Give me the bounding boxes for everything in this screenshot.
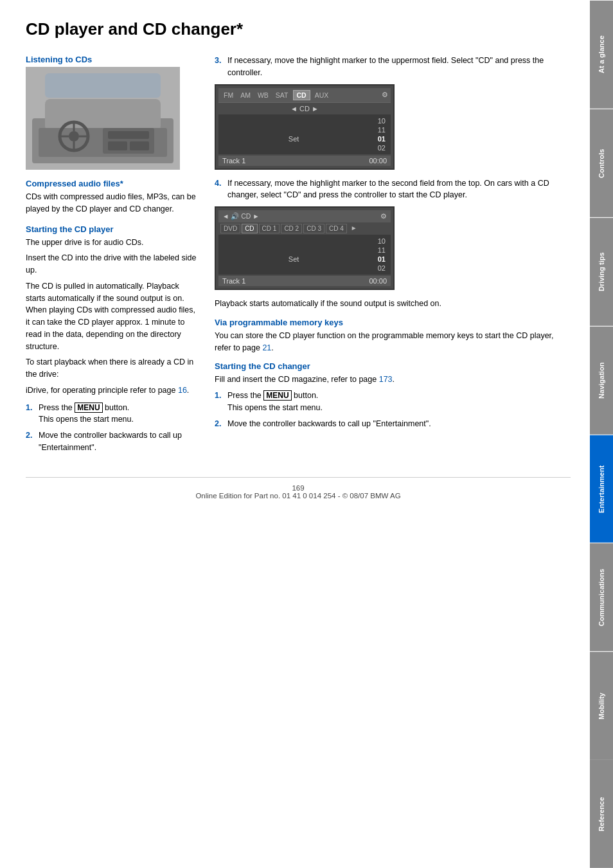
memory-keys-body: You can store the CD player function on … bbox=[215, 330, 571, 354]
cd-pulled-text: The CD is pulled in automatically. Playb… bbox=[26, 280, 199, 353]
screen1-tab-aux: AUX bbox=[312, 91, 332, 100]
screen2-num-02: 02 bbox=[378, 264, 386, 272]
screen2-settings-icon: ⚙ bbox=[380, 212, 387, 221]
page-number: 169 bbox=[292, 484, 304, 492]
screen1-cd-nav: ◄ CD ► bbox=[290, 105, 319, 113]
right-step-4: 4. If necessary, move the highlight mark… bbox=[215, 177, 571, 202]
sidebar-tab-navigation[interactable]: Navigation bbox=[590, 326, 613, 435]
screen2-tab-cd: CD bbox=[242, 224, 257, 233]
page-footer: 169 Online Edition for Part no. 01 41 0 … bbox=[26, 477, 571, 500]
left-step-1: 1. Press the MENU button. This opens the… bbox=[26, 402, 199, 426]
to-start-text: To start playback when there is already … bbox=[26, 356, 199, 381]
changer-menu-button-label: MENU bbox=[263, 390, 291, 401]
step-3-number: 3. bbox=[215, 55, 224, 79]
screen2-more-icon: ► bbox=[348, 224, 360, 233]
svg-rect-13 bbox=[130, 141, 149, 150]
screen2-num-11: 11 bbox=[378, 246, 386, 254]
step-2-number: 2. bbox=[26, 429, 35, 454]
screen2-tab-cd4: CD 4 bbox=[326, 224, 347, 233]
starting-cd-changer-heading: Starting the CD changer bbox=[215, 361, 571, 371]
page-title: CD player and CD changer* bbox=[26, 19, 571, 39]
two-column-layout: Listening to CDs bbox=[26, 55, 571, 458]
screen1-tab-am: AM bbox=[238, 91, 253, 100]
screen2-top-row: ◄ 🔊 CD ► bbox=[222, 212, 260, 221]
screen2-tab-cd3: CD 3 bbox=[303, 224, 324, 233]
sidebar: At a glance Controls Driving tips Naviga… bbox=[590, 0, 613, 868]
menu-button-label: MENU bbox=[75, 402, 102, 413]
changer-page-link[interactable]: 173 bbox=[379, 375, 393, 384]
compressed-audio-heading: Compressed audio files* bbox=[26, 179, 199, 188]
left-step-2: 2. Move the controller backwards to call… bbox=[26, 429, 199, 454]
screen2-tab-dvd: DVD bbox=[220, 224, 240, 233]
screen2-track-label: Track 1 bbox=[222, 277, 245, 285]
idrive-page-link[interactable]: 16 bbox=[178, 386, 187, 395]
insert-cd-text: Insert the CD into the drive with the la… bbox=[26, 252, 199, 276]
screen2-set-label: Set bbox=[289, 255, 299, 263]
screen1-track-label: Track 1 bbox=[222, 157, 245, 165]
svg-rect-12 bbox=[108, 141, 127, 150]
screen1-num-02: 02 bbox=[378, 144, 386, 152]
screen1-set-label: Set bbox=[289, 135, 299, 143]
svg-rect-11 bbox=[108, 131, 149, 139]
screen-1-mockup: FM AM WB SAT CD AUX ⚙ ◄ CD ► 10 bbox=[215, 84, 395, 170]
main-content: CD player and CD changer* Listening to C… bbox=[0, 0, 590, 519]
changer-step-2-number: 2. bbox=[215, 418, 224, 430]
step-1-number: 1. bbox=[26, 402, 35, 426]
svg-point-5 bbox=[69, 131, 79, 141]
step-4-number: 4. bbox=[215, 177, 224, 202]
svg-rect-14 bbox=[45, 73, 161, 98]
screen2-num-01: 01 bbox=[378, 255, 386, 263]
screen2-tab-cd2: CD 2 bbox=[281, 224, 302, 233]
screen1-time: 00:00 bbox=[369, 157, 387, 165]
sidebar-tab-entertainment[interactable]: Entertainment bbox=[590, 435, 613, 543]
via-memory-keys-heading: Via programmable memory keys bbox=[215, 318, 571, 327]
footer-text: Online Edition for Part no. 01 41 0 014 … bbox=[195, 492, 400, 500]
screen1-tab-cd: CD bbox=[293, 90, 310, 100]
changer-step-2: 2. Move the controller backwards to call… bbox=[215, 418, 571, 430]
listening-to-cds-heading: Listening to CDs bbox=[26, 55, 199, 64]
right-step-3: 3. If necessary, move the highlight mark… bbox=[215, 55, 571, 79]
sidebar-tab-mobility[interactable]: Mobility bbox=[590, 651, 613, 760]
screen1-tab-wb: WB bbox=[255, 91, 271, 100]
left-column: Listening to CDs bbox=[26, 55, 199, 458]
changer-step-1: 1. Press the MENU button. This opens the… bbox=[215, 390, 571, 414]
idrive-note: iDrive, for operating principle refer to… bbox=[26, 384, 199, 397]
sidebar-tab-reference[interactable]: Reference bbox=[590, 760, 613, 868]
screen1-num-11: 11 bbox=[378, 126, 386, 134]
screen1-tab-sat: SAT bbox=[273, 91, 291, 100]
car-image bbox=[26, 67, 180, 170]
cd-changer-body: Fill and insert the CD magazine, refer t… bbox=[215, 374, 571, 386]
upper-drive-text: The upper drive is for audio CDs. bbox=[26, 237, 199, 249]
screen1-tab-fm: FM bbox=[221, 91, 236, 100]
screen1-num-01: 01 bbox=[378, 135, 386, 143]
sidebar-tab-driving-tips[interactable]: Driving tips bbox=[590, 217, 613, 326]
screen2-time: 00:00 bbox=[369, 277, 387, 285]
memory-keys-page-link[interactable]: 21 bbox=[262, 343, 271, 352]
sidebar-tab-at-a-glance[interactable]: At a glance bbox=[590, 0, 613, 109]
sidebar-tab-controls[interactable]: Controls bbox=[590, 109, 613, 217]
compressed-audio-body: CDs with compressed audio files, MP3s, c… bbox=[26, 191, 199, 215]
screen2-num-10: 10 bbox=[378, 237, 386, 245]
screen1-num-10: 10 bbox=[378, 117, 386, 125]
starting-cd-player-heading: Starting the CD player bbox=[26, 224, 199, 234]
screen2-tab-cd1: CD 1 bbox=[259, 224, 280, 233]
sidebar-tab-communications[interactable]: Communications bbox=[590, 543, 613, 651]
changer-step-1-number: 1. bbox=[215, 390, 224, 414]
screen-2-mockup: ◄ 🔊 CD ► ⚙ DVD CD CD 1 CD 2 CD 3 CD 4 ► … bbox=[215, 206, 395, 290]
playback-auto-text: Playback starts automatically if the sou… bbox=[215, 298, 571, 310]
right-column: 3. If necessary, move the highlight mark… bbox=[215, 55, 571, 458]
screen1-settings-icon: ⚙ bbox=[382, 91, 388, 99]
